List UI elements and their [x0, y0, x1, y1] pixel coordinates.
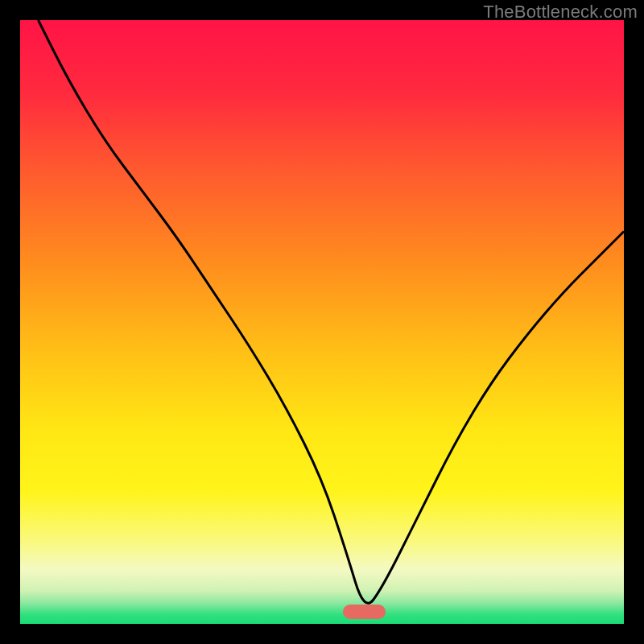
chart-frame: TheBottleneck.com — [0, 0, 644, 644]
optimal-marker — [343, 605, 386, 620]
plot-area — [20, 20, 624, 624]
gradient-background — [20, 20, 624, 624]
chart-svg — [20, 20, 624, 624]
